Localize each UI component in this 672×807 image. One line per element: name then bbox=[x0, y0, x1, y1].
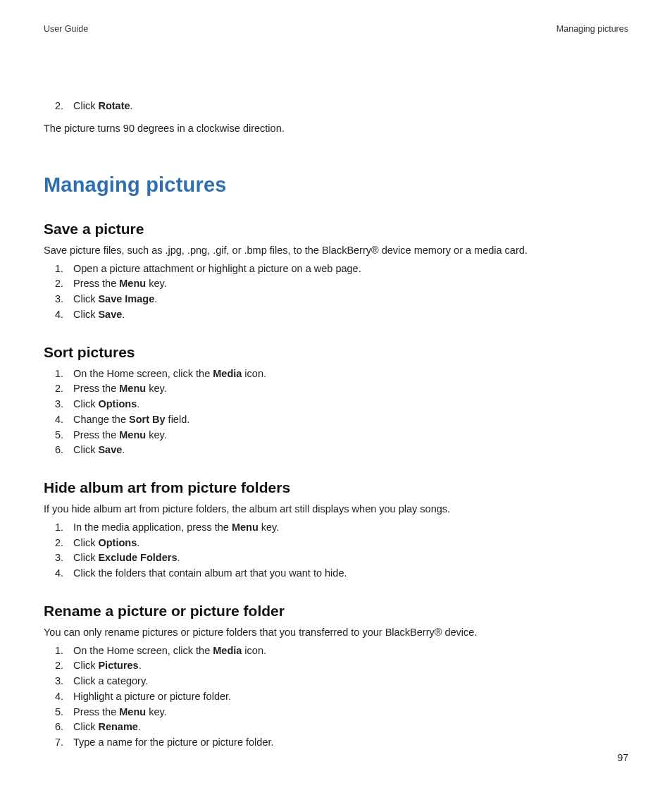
step-item: 5.Press the Menu key. bbox=[54, 428, 628, 443]
step-text: Press the Menu key. bbox=[73, 705, 628, 720]
step-number: 4. bbox=[54, 412, 73, 428]
subsection-heading: Hide album art from picture folders bbox=[44, 479, 628, 496]
page-header: User Guide Managing pictures bbox=[44, 24, 628, 34]
step-item: 4.Click Save. bbox=[54, 307, 628, 323]
step-item: 1.On the Home screen, click the Media ic… bbox=[54, 643, 628, 659]
subsection-heading: Save a picture bbox=[44, 221, 628, 238]
subsection-heading: Rename a picture or picture folder bbox=[44, 603, 628, 620]
step-text: Change the Sort By field. bbox=[73, 412, 628, 428]
step-number: 2. bbox=[54, 536, 73, 551]
step-number: 5. bbox=[54, 428, 73, 443]
section-title: Managing pictures bbox=[44, 173, 628, 197]
step-text: Type a name for the picture or picture f… bbox=[73, 735, 628, 751]
subsection-description: You can only rename pictures or picture … bbox=[44, 625, 628, 641]
step-item: 3.Click Options. bbox=[54, 397, 628, 412]
step-number: 4. bbox=[54, 307, 73, 323]
step-text: Click Pictures. bbox=[73, 658, 628, 674]
step-number: 4. bbox=[54, 689, 73, 705]
step-text: On the Home screen, click the Media icon… bbox=[73, 366, 628, 382]
step-item: 1.In the media application, press the Me… bbox=[54, 520, 628, 536]
step-item: 6.Click Rename. bbox=[54, 720, 628, 735]
step-item: 2.Click Pictures. bbox=[54, 658, 628, 674]
step-text: Press the Menu key. bbox=[73, 428, 628, 443]
step-text: Press the Menu key. bbox=[73, 276, 628, 292]
step-number: 2. bbox=[54, 99, 73, 114]
step-number: 2. bbox=[54, 381, 73, 397]
intro-note: The picture turns 90 degrees in a clockw… bbox=[44, 123, 628, 134]
step-list: 1.On the Home screen, click the Media ic… bbox=[54, 643, 628, 751]
header-left: User Guide bbox=[44, 24, 88, 34]
header-right: Managing pictures bbox=[556, 24, 628, 34]
step-number: 1. bbox=[54, 520, 73, 536]
content-blocks: Save a pictureSave picture files, such a… bbox=[44, 221, 628, 751]
step-number: 3. bbox=[54, 550, 73, 566]
step-item: 1.Open a picture attachment or highlight… bbox=[54, 261, 628, 277]
subsection-heading: Sort pictures bbox=[44, 344, 628, 361]
step-item: 2.Press the Menu key. bbox=[54, 276, 628, 292]
step-item: 3.Click Save Image. bbox=[54, 292, 628, 307]
step-number: 5. bbox=[54, 705, 73, 720]
step-text: On the Home screen, click the Media icon… bbox=[73, 643, 628, 659]
step-number: 1. bbox=[54, 643, 73, 659]
step-number: 7. bbox=[54, 735, 73, 751]
step-number: 3. bbox=[54, 292, 73, 307]
step-text: Click Options. bbox=[73, 536, 628, 551]
step-item: 4.Highlight a picture or picture folder. bbox=[54, 689, 628, 705]
step-number: 1. bbox=[54, 261, 73, 277]
step-list: 1.Open a picture attachment or highlight… bbox=[54, 261, 628, 323]
step-text: Click Save Image. bbox=[73, 292, 628, 307]
step-text: Click Options. bbox=[73, 397, 628, 412]
step-text: In the media application, press the Menu… bbox=[73, 520, 628, 536]
subsection-description: Save picture files, such as .jpg, .png, … bbox=[44, 243, 628, 259]
step-item: 6.Click Save. bbox=[54, 443, 628, 458]
step-item: 5.Press the Menu key. bbox=[54, 705, 628, 720]
page-number: 97 bbox=[617, 752, 628, 763]
step-text: Click Rotate. bbox=[73, 99, 628, 114]
step-text: Click Save. bbox=[73, 443, 628, 458]
step-list: 1.In the media application, press the Me… bbox=[54, 520, 628, 581]
document-page: User Guide Managing pictures 2. Click Ro… bbox=[0, 0, 672, 800]
step-item: 2.Click Options. bbox=[54, 536, 628, 551]
step-number: 2. bbox=[54, 276, 73, 292]
step-text: Click Save. bbox=[73, 307, 628, 323]
step-number: 6. bbox=[54, 443, 73, 458]
step-number: 2. bbox=[54, 658, 73, 674]
step-number: 1. bbox=[54, 366, 73, 382]
intro-step-list: 2. Click Rotate. bbox=[54, 99, 628, 114]
step-item: 1.On the Home screen, click the Media ic… bbox=[54, 366, 628, 382]
step-number: 6. bbox=[54, 720, 73, 735]
step-text: Click a category. bbox=[73, 674, 628, 689]
step-text: Press the Menu key. bbox=[73, 381, 628, 397]
intro-step: 2. Click Rotate. bbox=[54, 99, 628, 114]
step-item: 4.Click the folders that contain album a… bbox=[54, 566, 628, 581]
step-item: 7.Type a name for the picture or picture… bbox=[54, 735, 628, 751]
step-number: 3. bbox=[54, 674, 73, 689]
step-item: 3.Click a category. bbox=[54, 674, 628, 689]
step-text: Highlight a picture or picture folder. bbox=[73, 689, 628, 705]
step-number: 3. bbox=[54, 397, 73, 412]
step-item: 2.Press the Menu key. bbox=[54, 381, 628, 397]
step-item: 3.Click Exclude Folders. bbox=[54, 550, 628, 566]
step-text: Click Exclude Folders. bbox=[73, 550, 628, 566]
step-number: 4. bbox=[54, 566, 73, 581]
step-text: Open a picture attachment or highlight a… bbox=[73, 261, 628, 277]
step-text: Click Rename. bbox=[73, 720, 628, 735]
subsection-description: If you hide album art from picture folde… bbox=[44, 502, 628, 517]
step-list: 1.On the Home screen, click the Media ic… bbox=[54, 366, 628, 459]
step-item: 4.Change the Sort By field. bbox=[54, 412, 628, 428]
step-text: Click the folders that contain album art… bbox=[73, 566, 628, 581]
